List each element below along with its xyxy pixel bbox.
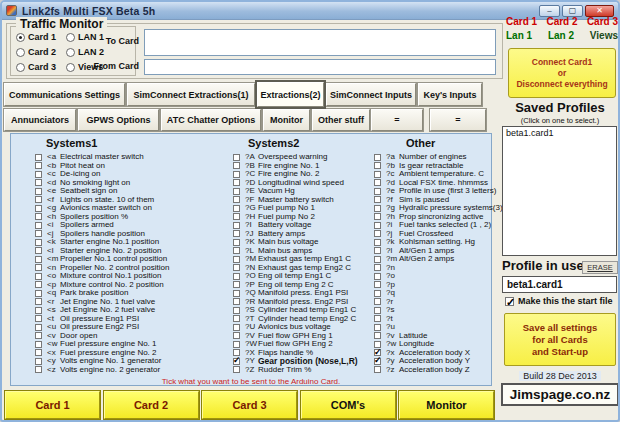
- tab-button[interactable]: Other stuff: [312, 109, 370, 131]
- row-checkbox[interactable]: [233, 162, 240, 169]
- row-checkbox[interactable]: [35, 196, 42, 203]
- row-checkbox[interactable]: [233, 256, 240, 263]
- card-page-button[interactable]: COM's: [301, 391, 396, 419]
- row-checkbox[interactable]: [233, 239, 240, 246]
- row-checkbox[interactable]: [35, 188, 42, 195]
- row-checkbox[interactable]: [35, 247, 42, 254]
- traffic-source-radio[interactable]: LAN 1: [66, 32, 104, 42]
- row-checkbox[interactable]: [233, 171, 240, 178]
- site-link[interactable]: Jimspage.co.nz: [501, 383, 619, 406]
- row-checkbox[interactable]: [374, 247, 381, 254]
- traffic-source-radio[interactable]: Card 3: [16, 62, 56, 72]
- row-checkbox[interactable]: [233, 213, 240, 220]
- row-checkbox[interactable]: [233, 315, 240, 322]
- traffic-source-radio[interactable]: Card 1: [16, 32, 56, 42]
- row-checkbox[interactable]: [35, 307, 42, 314]
- row-checkbox[interactable]: [233, 230, 240, 237]
- card-page-button[interactable]: Card 3: [202, 391, 297, 419]
- row-checkbox[interactable]: [374, 315, 381, 322]
- radio-icon[interactable]: [66, 48, 75, 57]
- row-checkbox[interactable]: [35, 213, 42, 220]
- minimize-button[interactable]: –: [539, 5, 560, 17]
- connect-card-button[interactable]: Connect Card1 or Disconnect everything: [508, 48, 616, 98]
- row-checkbox[interactable]: [374, 332, 381, 339]
- traffic-source-radio[interactable]: LAN 2: [66, 47, 104, 57]
- row-checkbox[interactable]: [233, 205, 240, 212]
- traffic-source-radio[interactable]: Card 2: [16, 47, 56, 57]
- row-checkbox[interactable]: [35, 222, 42, 229]
- start-file-checkbox[interactable]: [505, 297, 514, 306]
- row-checkbox[interactable]: [35, 154, 42, 161]
- row-checkbox[interactable]: [35, 349, 42, 356]
- card-page-button[interactable]: Monitor: [399, 391, 494, 419]
- row-checkbox[interactable]: [35, 298, 42, 305]
- tab-button[interactable]: Communications Settings: [4, 83, 125, 106]
- tab-button[interactable]: Extractions(2): [257, 82, 324, 107]
- row-checkbox[interactable]: [35, 171, 42, 178]
- row-checkbox[interactable]: [35, 290, 42, 297]
- row-checkbox[interactable]: [35, 179, 42, 186]
- row-checkbox[interactable]: [374, 358, 381, 365]
- row-checkbox[interactable]: [374, 213, 381, 220]
- row-checkbox[interactable]: [374, 171, 381, 178]
- row-checkbox[interactable]: [233, 196, 240, 203]
- tab-button[interactable]: =: [371, 109, 423, 131]
- row-checkbox[interactable]: [233, 273, 240, 280]
- row-checkbox[interactable]: [35, 162, 42, 169]
- row-checkbox[interactable]: [233, 324, 240, 331]
- tab-button[interactable]: Key's Inputs: [418, 83, 482, 106]
- tab-button[interactable]: ATC Chatter Options: [161, 109, 261, 131]
- row-checkbox[interactable]: [35, 315, 42, 322]
- radio-icon[interactable]: [66, 33, 75, 42]
- to-card-input[interactable]: [144, 29, 496, 56]
- row-checkbox[interactable]: [374, 366, 381, 373]
- row-checkbox[interactable]: [233, 290, 240, 297]
- row-checkbox[interactable]: [233, 179, 240, 186]
- row-checkbox[interactable]: [233, 366, 240, 373]
- card-page-button[interactable]: Card 1: [5, 391, 100, 419]
- tab-button[interactable]: SimConnect Extractions(1): [127, 83, 255, 106]
- tab-button[interactable]: =: [430, 109, 486, 131]
- row-checkbox[interactable]: [233, 188, 240, 195]
- row-checkbox[interactable]: [233, 222, 240, 229]
- row-checkbox[interactable]: [233, 264, 240, 271]
- row-checkbox[interactable]: [233, 307, 240, 314]
- row-checkbox[interactable]: [374, 188, 381, 195]
- row-checkbox[interactable]: [35, 264, 42, 271]
- erase-button[interactable]: ERASE: [582, 261, 618, 274]
- row-checkbox[interactable]: [374, 222, 381, 229]
- radio-icon[interactable]: [16, 48, 25, 57]
- row-checkbox[interactable]: [35, 358, 42, 365]
- row-checkbox[interactable]: [35, 239, 42, 246]
- radio-icon[interactable]: [16, 33, 25, 42]
- row-checkbox[interactable]: [35, 230, 42, 237]
- row-checkbox[interactable]: [233, 298, 240, 305]
- row-checkbox[interactable]: [233, 281, 240, 288]
- row-checkbox[interactable]: [374, 290, 381, 297]
- radio-icon[interactable]: [16, 63, 25, 72]
- row-checkbox[interactable]: [35, 273, 42, 280]
- from-card-input[interactable]: [144, 59, 496, 75]
- row-checkbox[interactable]: [374, 205, 381, 212]
- row-checkbox[interactable]: [35, 366, 42, 373]
- row-checkbox[interactable]: [233, 154, 240, 161]
- close-button[interactable]: ✕: [585, 5, 614, 17]
- row-checkbox[interactable]: [35, 341, 42, 348]
- row-checkbox[interactable]: [374, 230, 381, 237]
- profile-list-item[interactable]: beta1.card1: [503, 127, 616, 139]
- tab-button[interactable]: Annunciators: [4, 109, 76, 131]
- row-checkbox[interactable]: [374, 307, 381, 314]
- row-checkbox[interactable]: [374, 162, 381, 169]
- tab-button[interactable]: GPWS Options: [78, 109, 159, 131]
- row-checkbox[interactable]: [374, 298, 381, 305]
- row-checkbox[interactable]: [374, 281, 381, 288]
- row-checkbox[interactable]: [374, 273, 381, 280]
- row-checkbox[interactable]: [374, 324, 381, 331]
- row-checkbox[interactable]: [374, 179, 381, 186]
- maximize-button[interactable]: ▢: [562, 5, 583, 17]
- row-checkbox[interactable]: [233, 332, 240, 339]
- row-checkbox[interactable]: [374, 196, 381, 203]
- row-checkbox[interactable]: [233, 247, 240, 254]
- row-checkbox[interactable]: [35, 256, 42, 263]
- row-checkbox[interactable]: [374, 256, 381, 263]
